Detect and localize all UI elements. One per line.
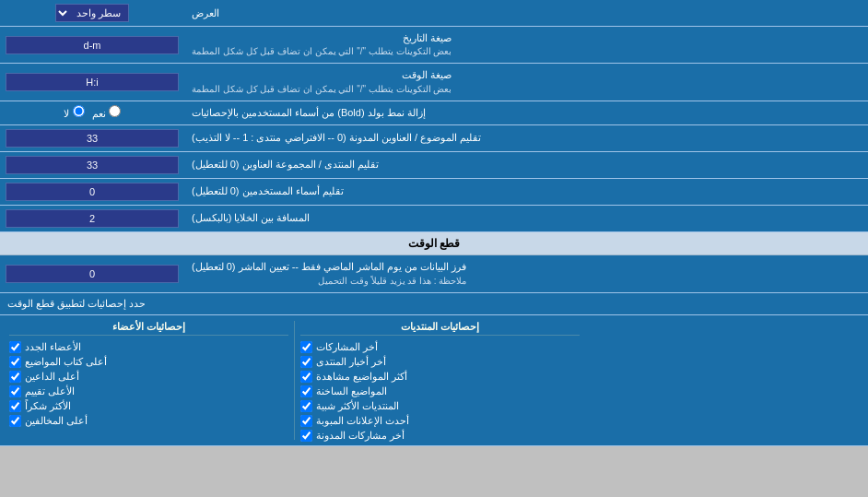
date-format-input[interactable] — [6, 36, 179, 54]
radio-yes-label: نعم — [92, 105, 121, 120]
top-label: العرض — [184, 0, 868, 26]
forum-stats-col: إحصائيات المنتديات أخر المشاركات أخر أخب… — [295, 319, 585, 442]
cb-top-violators: أعلى المخالفين — [9, 415, 288, 427]
topics-trim-text: تقليم الموضوع / العناوين المدونة (0 -- ا… — [192, 131, 481, 145]
remove-bold-label: إزالة نمط بولد (Bold) من أسماء المستخدمي… — [184, 101, 868, 124]
topics-trim-input[interactable] — [6, 129, 179, 148]
remove-bold-text: إزالة نمط بولد (Bold) من أسماء المستخدمي… — [192, 106, 426, 120]
stats-section: حدد إحصائيات لتطبيق قطع الوقت إحصائيات ا… — [0, 293, 868, 446]
cb-forum-news: أخر أخبار المنتدى — [300, 356, 580, 368]
cell-spacing-row: المسافة بين الخلايا (بالبكسل) — [0, 206, 868, 232]
time-section-title: قطع الوقت — [408, 237, 460, 250]
time-format-sublabel: بعض التكوينات يتطلب "/" التي يمكن ان تضا… — [192, 83, 452, 96]
cb-forum-news-label: أخر أخبار المنتدى — [316, 356, 386, 368]
date-format-label: صيغة التاريخ بعض التكوينات يتطلب "/" الت… — [184, 27, 868, 63]
users-trim-input-area — [0, 179, 184, 205]
top-row: العرض سطر واحد سطرين ثلاثة أسطر — [0, 0, 868, 27]
remove-bold-radio-group: نعم لا — [64, 105, 120, 120]
members-stats-col: إحصائيات الأعضاء الأعضاء الجدد أعلى كتاب… — [4, 319, 294, 442]
users-trim-input[interactable] — [6, 183, 179, 201]
cb-classifieds-input[interactable] — [300, 415, 312, 427]
cb-hot-topics-label: المواضيع الساخنة — [316, 385, 387, 397]
cb-top-posters-label: أعلى كتاب المواضيع — [25, 356, 107, 368]
stats-section-text: حدد إحصائيات لتطبيق قطع الوقت — [7, 298, 146, 310]
time-cut-label: فرز البيانات من يوم الماشر الماضي فقط --… — [184, 255, 868, 291]
cb-classifieds-label: أحدث الإعلانات المبوبة — [316, 415, 409, 427]
topics-trim-row: تقليم الموضوع / العناوين المدونة (0 -- ا… — [0, 125, 868, 152]
cb-top-posters: أعلى كتاب المواضيع — [9, 356, 288, 368]
radio-no-label: لا — [64, 105, 84, 120]
cb-hot-topics-input[interactable] — [300, 385, 312, 397]
cb-classifieds: أحدث الإعلانات المبوبة — [300, 415, 580, 427]
cb-top-rated-input[interactable] — [9, 385, 21, 397]
time-cut-sublabel: ملاحظة : هذا قد يزيد قليلاً وقت التحميل — [192, 275, 466, 288]
topics-trim-label: تقليم الموضوع / العناوين المدونة (0 -- ا… — [184, 125, 868, 151]
time-cut-title: فرز البيانات من يوم الماشر الماضي فقط --… — [192, 260, 466, 274]
cb-blog-posts-input[interactable] — [300, 430, 312, 442]
date-format-input-area — [0, 27, 184, 63]
date-format-sublabel: بعض التكوينات يتطلب "/" التي يمكن ان تضا… — [192, 45, 452, 58]
cb-top-inviters-input[interactable] — [9, 371, 21, 383]
main-container: العرض سطر واحد سطرين ثلاثة أسطر صيغة الت… — [0, 0, 868, 446]
forum-trim-input[interactable] — [6, 156, 179, 174]
date-format-row: صيغة التاريخ بعض التكوينات يتطلب "/" الت… — [0, 27, 868, 64]
topics-trim-input-area — [0, 125, 184, 151]
remove-bold-row: إزالة نمط بولد (Bold) من أسماء المستخدمي… — [0, 101, 868, 125]
users-trim-row: تقليم أسماء المستخدمين (0 للتعطيل) — [0, 179, 868, 206]
cell-spacing-input[interactable] — [6, 209, 179, 228]
cb-top-rated: الأعلى تقييم — [9, 385, 288, 397]
stats-section-label: حدد إحصائيات لتطبيق قطع الوقت — [0, 293, 868, 314]
cb-blog-posts-label: أخر مشاركات المدونة — [316, 430, 405, 442]
cb-top-violators-input[interactable] — [9, 415, 21, 427]
cb-similar-forums: المنتديات الأكثر شبية — [300, 400, 580, 412]
forum-trim-row: تقليم المنتدى / المجموعة العناوين (0 للت… — [0, 152, 868, 179]
time-format-label: صيغة الوقت بعض التكوينات يتطلب "/" التي … — [184, 64, 868, 100]
cb-most-thanked-label: الأكثر شكراً — [25, 400, 71, 412]
cell-spacing-label: المسافة بين الخلايا (بالبكسل) — [184, 206, 868, 231]
forum-trim-input-area — [0, 152, 184, 178]
cb-last-posts: أخر المشاركات — [300, 341, 580, 353]
time-cut-input-area — [0, 255, 184, 291]
top-label-text: العرض — [192, 7, 219, 19]
cb-most-viewed: أكثر المواضيع مشاهدة — [300, 371, 580, 383]
cb-most-thanked-input[interactable] — [9, 400, 21, 412]
stats-placeholder — [585, 319, 864, 442]
radio-no[interactable] — [73, 105, 85, 117]
cb-most-thanked: الأكثر شكراً — [9, 400, 288, 412]
cb-most-viewed-input[interactable] — [300, 371, 312, 383]
checkboxes-grid: إحصائيات المنتديات أخر المشاركات أخر أخب… — [0, 315, 868, 445]
time-format-input[interactable] — [6, 73, 179, 91]
radio-yes[interactable] — [109, 105, 121, 117]
cb-forum-news-input[interactable] — [300, 356, 312, 368]
cb-new-members: الأعضاء الجدد — [9, 341, 288, 353]
remove-bold-input-area: نعم لا — [0, 101, 184, 124]
cb-new-members-label: الأعضاء الجدد — [25, 341, 81, 353]
forum-trim-text: تقليم المنتدى / المجموعة العناوين (0 للت… — [192, 158, 379, 172]
cb-top-posters-input[interactable] — [9, 356, 21, 368]
display-select[interactable]: سطر واحد سطرين ثلاثة أسطر — [55, 4, 129, 22]
time-cut-row: فرز البيانات من يوم الماشر الماضي فقط --… — [0, 255, 868, 292]
cb-last-posts-label: أخر المشاركات — [316, 341, 378, 353]
cb-similar-forums-input[interactable] — [300, 400, 312, 412]
cb-top-inviters: أعلى الداعين — [9, 371, 288, 383]
users-trim-text: تقليم أسماء المستخدمين (0 للتعطيل) — [192, 184, 344, 198]
col-divider — [294, 321, 295, 440]
top-select-area: سطر واحد سطرين ثلاثة أسطر — [0, 0, 184, 26]
cb-top-rated-label: الأعلى تقييم — [25, 385, 75, 397]
time-format-title: صيغة الوقت — [192, 68, 452, 82]
time-format-input-area — [0, 64, 184, 100]
cb-last-posts-input[interactable] — [300, 341, 312, 353]
cb-top-inviters-label: أعلى الداعين — [25, 371, 79, 383]
cb-blog-posts: أخر مشاركات المدونة — [300, 430, 580, 442]
cb-hot-topics: المواضيع الساخنة — [300, 385, 580, 397]
cell-spacing-input-area — [0, 206, 184, 231]
time-format-row: صيغة الوقت بعض التكوينات يتطلب "/" التي … — [0, 64, 868, 101]
date-format-title: صيغة التاريخ — [192, 31, 452, 45]
time-cut-input[interactable] — [6, 265, 179, 283]
cb-new-members-input[interactable] — [9, 341, 21, 353]
forum-stats-header: إحصائيات المنتديات — [300, 319, 580, 336]
members-stats-header: إحصائيات الأعضاء — [9, 319, 288, 336]
forum-trim-label: تقليم المنتدى / المجموعة العناوين (0 للت… — [184, 152, 868, 178]
cb-similar-forums-label: المنتديات الأكثر شبية — [316, 400, 399, 412]
users-trim-label: تقليم أسماء المستخدمين (0 للتعطيل) — [184, 179, 868, 205]
